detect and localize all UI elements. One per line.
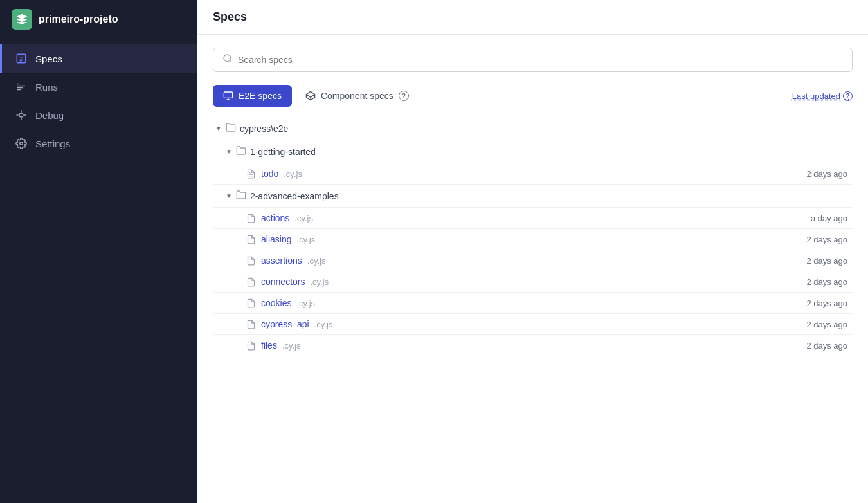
file-cypress-api[interactable]: cypress_api .cy.js 2 days ago	[213, 314, 853, 335]
sidebar-item-debug[interactable]: Debug	[0, 101, 197, 129]
main-panel: Specs E2E specs Component specs ?	[197, 0, 868, 503]
file-cookies-ext: .cy.js	[296, 298, 315, 308]
file-actions-ext: .cy.js	[294, 214, 313, 223]
file-todo[interactable]: todo .cy.js 2 days ago	[213, 163, 853, 185]
spec-tabs: E2E specs Component specs ? Last updated…	[213, 85, 853, 107]
file-actions-name: actions	[261, 213, 289, 223]
chevron-down-icon: ▼	[215, 125, 222, 132]
last-updated-help-icon: ?	[843, 91, 853, 101]
file-todo-name: todo	[261, 169, 278, 179]
settings-icon	[15, 137, 28, 150]
file-connectors[interactable]: connectors .cy.js 2 days ago	[213, 271, 853, 293]
file-actions-time: a day ago	[811, 214, 850, 223]
folder-icon	[236, 190, 246, 202]
file-cookies-name: cookies	[261, 298, 291, 308]
file-connectors-name: connectors	[261, 277, 305, 287]
svg-point-8	[19, 113, 23, 117]
file-connectors-time: 2 days ago	[806, 277, 850, 287]
main-content: E2E specs Component specs ? Last updated…	[197, 35, 868, 503]
root-folder[interactable]: ▼ cypress\e2e	[213, 117, 853, 140]
folder-2-name: 2-advanced-examples	[250, 191, 339, 201]
file-cypress-api-name: cypress_api	[261, 319, 309, 329]
file-cookies-time: 2 days ago	[806, 298, 850, 308]
specs-icon	[15, 52, 28, 65]
file-name-wrap: todo .cy.js	[246, 169, 302, 179]
file-connectors-ext: .cy.js	[310, 277, 329, 287]
file-todo-time: 2 days ago	[806, 169, 850, 179]
component-specs-tab-label: Component specs	[321, 91, 393, 101]
sidebar-item-debug-label: Debug	[35, 110, 64, 121]
sidebar-item-runs-label: Runs	[35, 82, 58, 93]
svg-point-14	[224, 55, 231, 62]
project-name: primeiro-projeto	[39, 14, 118, 25]
file-actions[interactable]: actions .cy.js a day ago	[213, 208, 853, 229]
folder-icon	[236, 145, 246, 158]
file-aliasing-ext: .cy.js	[296, 235, 315, 244]
folder-2-advanced-examples[interactable]: ▼ 2-advanced-examples	[213, 185, 853, 208]
root-folder-name: cypress\e2e	[240, 123, 288, 134]
file-aliasing-name: aliasing	[261, 234, 291, 244]
sidebar-item-runs[interactable]: Runs	[0, 73, 197, 101]
file-aliasing-time: 2 days ago	[806, 235, 850, 244]
page-title: Specs	[197, 0, 868, 35]
spec-tabs-left: E2E specs Component specs ?	[213, 85, 420, 107]
file-files[interactable]: files .cy.js 2 days ago	[213, 335, 853, 356]
svg-rect-16	[224, 92, 232, 98]
sidebar-item-specs-label: Specs	[35, 53, 62, 64]
e2e-specs-tab[interactable]: E2E specs	[213, 85, 292, 107]
component-specs-help-icon[interactable]: ?	[399, 91, 409, 101]
file-assertions-ext: .cy.js	[307, 256, 326, 266]
debug-icon	[15, 109, 28, 122]
svg-line-15	[230, 60, 231, 62]
file-aliasing[interactable]: aliasing .cy.js 2 days ago	[213, 229, 853, 250]
svg-point-13	[20, 142, 23, 145]
file-files-time: 2 days ago	[806, 341, 850, 351]
file-cypress-api-time: 2 days ago	[806, 320, 850, 329]
file-assertions-name: assertions	[261, 255, 302, 266]
file-files-ext: .cy.js	[282, 341, 301, 351]
last-updated-label: Last updated	[792, 91, 840, 101]
file-todo-ext: .cy.js	[284, 169, 302, 179]
sidebar-item-specs[interactable]: Specs	[0, 44, 197, 73]
folder-icon	[226, 122, 236, 134]
file-cookies[interactable]: cookies .cy.js 2 days ago	[213, 293, 853, 314]
search-input[interactable]	[238, 55, 843, 65]
sidebar-header: primeiro-projeto	[0, 0, 197, 39]
search-bar	[213, 48, 853, 72]
file-cypress-api-ext: .cy.js	[314, 320, 333, 329]
file-tree: ▼ cypress\e2e ▼ 1-getting-started todo	[213, 117, 853, 356]
file-assertions[interactable]: assertions .cy.js 2 days ago	[213, 250, 853, 271]
app-logo	[12, 9, 32, 30]
component-specs-tab[interactable]: Component specs ?	[294, 85, 420, 107]
last-updated[interactable]: Last updated ?	[792, 91, 853, 101]
sidebar-nav: Specs Runs Debug Settings	[0, 39, 197, 163]
sidebar-item-settings-label: Settings	[35, 138, 70, 149]
folder-1-getting-started[interactable]: ▼ 1-getting-started	[213, 140, 853, 163]
sidebar: primeiro-projeto Specs Runs Debug Settin…	[0, 0, 197, 503]
file-assertions-time: 2 days ago	[806, 256, 850, 266]
file-files-name: files	[261, 340, 277, 351]
chevron-down-icon: ▼	[226, 192, 232, 199]
search-icon	[222, 53, 233, 66]
sidebar-item-settings[interactable]: Settings	[0, 129, 197, 158]
folder-1-name: 1-getting-started	[250, 147, 316, 157]
chevron-down-icon: ▼	[226, 148, 232, 155]
runs-icon	[15, 80, 28, 93]
e2e-specs-tab-label: E2E specs	[239, 91, 282, 101]
